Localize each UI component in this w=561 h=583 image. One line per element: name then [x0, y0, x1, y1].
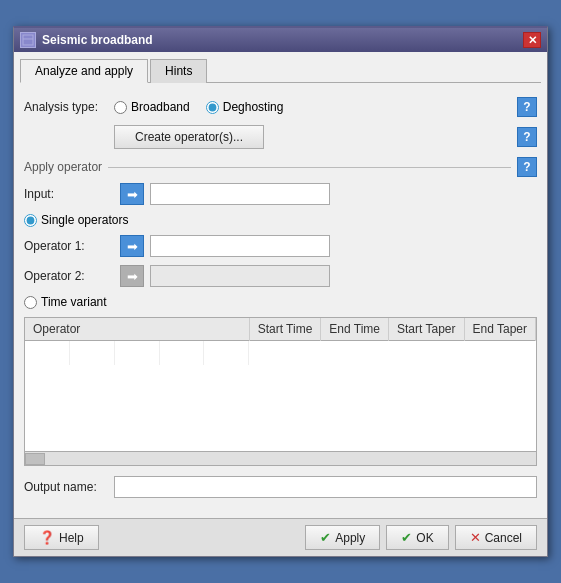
- operator1-row: Operator 1: ➡: [24, 235, 537, 257]
- input-arrow-button[interactable]: ➡: [120, 183, 144, 205]
- apply-operator-label: Apply operator: [24, 160, 102, 174]
- operator1-field[interactable]: [150, 235, 330, 257]
- ok-icon: ✔: [401, 530, 412, 545]
- analysis-type-group: Broadband Deghosting: [114, 100, 283, 114]
- input-row: Input: ➡: [24, 183, 537, 205]
- help-btn-analysis[interactable]: ?: [517, 97, 537, 117]
- deghosting-option[interactable]: Deghosting: [206, 100, 284, 114]
- title-bar: Seismic broadband ✕: [14, 28, 547, 52]
- help-label: Help: [59, 531, 84, 545]
- input-field[interactable]: [150, 183, 330, 205]
- form-area: Analysis type: Broadband Deghosting ?: [20, 91, 541, 504]
- apply-label: Apply: [335, 531, 365, 545]
- dialog-content: Analyze and apply Hints Analysis type: B…: [14, 52, 547, 510]
- table-scrollbar[interactable]: [25, 451, 536, 465]
- operator-table-container: Operator Start Time End Time Start Taper…: [24, 317, 537, 466]
- tab-bar: Analyze and apply Hints: [20, 58, 541, 83]
- broadband-radio[interactable]: [114, 101, 127, 114]
- apply-button[interactable]: ✔ Apply: [305, 525, 380, 550]
- table-row: [25, 341, 249, 365]
- col-start-time: Start Time: [249, 318, 321, 341]
- table-header-row: Operator Start Time End Time Start Taper…: [25, 318, 536, 341]
- output-name-field[interactable]: [114, 476, 537, 498]
- ok-label: OK: [416, 531, 433, 545]
- window-icon: [20, 32, 36, 48]
- output-row: Output name:: [24, 476, 537, 498]
- operator1-label: Operator 1:: [24, 239, 114, 253]
- help-btn-apply-operator[interactable]: ?: [517, 157, 537, 177]
- broadband-label: Broadband: [131, 100, 190, 114]
- analysis-type-label: Analysis type:: [24, 100, 114, 114]
- tab-analyze-and-apply[interactable]: Analyze and apply: [20, 59, 148, 83]
- col-end-taper: End Taper: [464, 318, 536, 341]
- operator2-field: [150, 265, 330, 287]
- single-operators-radio[interactable]: [24, 214, 37, 227]
- operator2-row: Operator 2: ➡: [24, 265, 537, 287]
- operator1-arrow-button[interactable]: ➡: [120, 235, 144, 257]
- single-operators-option[interactable]: Single operators: [24, 213, 128, 227]
- time-variant-radio[interactable]: [24, 296, 37, 309]
- cancel-button[interactable]: ✕ Cancel: [455, 525, 537, 550]
- tab-hints[interactable]: Hints: [150, 59, 207, 83]
- time-variant-label: Time variant: [41, 295, 107, 309]
- input-label: Input:: [24, 187, 114, 201]
- apply-icon: ✔: [320, 530, 331, 545]
- help-icon: ❓: [39, 530, 55, 545]
- col-operator: Operator: [25, 318, 249, 341]
- col-end-time: End Time: [321, 318, 389, 341]
- apply-operator-divider: [108, 167, 511, 168]
- time-variant-option[interactable]: Time variant: [24, 295, 107, 309]
- bottom-right: ✔ Apply ✔ OK ✕ Cancel: [305, 525, 537, 550]
- svg-rect-0: [23, 35, 33, 45]
- help-button[interactable]: ❓ Help: [24, 525, 99, 550]
- bottom-bar: ❓ Help ✔ Apply ✔ OK ✕ Cancel: [14, 518, 547, 556]
- operator-table: Operator Start Time End Time Start Taper…: [25, 318, 536, 451]
- cancel-label: Cancel: [485, 531, 522, 545]
- deghosting-radio[interactable]: [206, 101, 219, 114]
- output-label: Output name:: [24, 480, 114, 494]
- close-button[interactable]: ✕: [523, 32, 541, 48]
- bottom-left: ❓ Help: [24, 525, 99, 550]
- deghosting-label: Deghosting: [223, 100, 284, 114]
- operator2-arrow-button[interactable]: ➡: [120, 265, 144, 287]
- main-window: Seismic broadband ✕ Analyze and apply Hi…: [13, 26, 548, 557]
- operator2-label: Operator 2:: [24, 269, 114, 283]
- single-operators-label: Single operators: [41, 213, 128, 227]
- col-start-taper: Start Taper: [389, 318, 464, 341]
- help-btn-create[interactable]: ?: [517, 127, 537, 147]
- create-operator-button[interactable]: Create operator(s)...: [114, 125, 264, 149]
- broadband-option[interactable]: Broadband: [114, 100, 190, 114]
- window-title: Seismic broadband: [42, 33, 153, 47]
- cancel-icon: ✕: [470, 530, 481, 545]
- scrollbar-thumb[interactable]: [25, 453, 45, 465]
- ok-button[interactable]: ✔ OK: [386, 525, 448, 550]
